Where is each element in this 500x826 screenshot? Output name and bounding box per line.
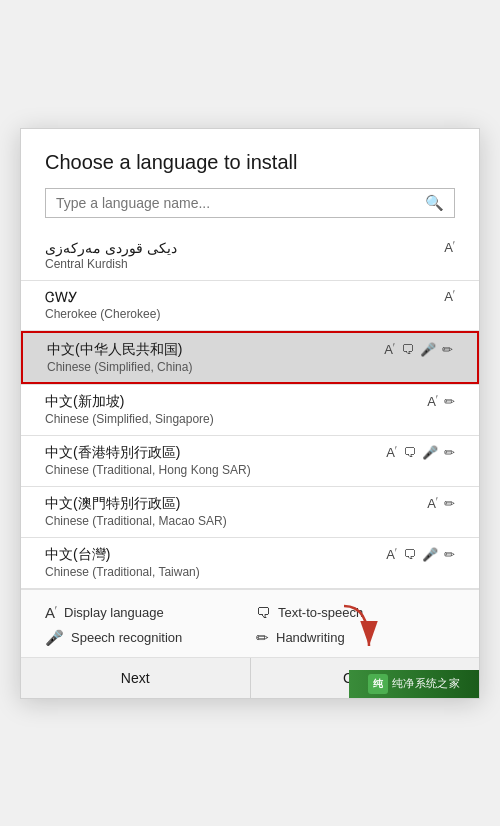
list-item[interactable]: 中文(台灣) Aᶠ 🗨 🎤 ✏ Chinese (Traditional, Ta… [21, 538, 479, 588]
list-item[interactable]: ᏣᎳᎩ Aᶠ Cherokee (Cherokee) [21, 281, 479, 330]
speech-icon: 🗨 [403, 548, 416, 561]
handwriting-legend-icon: ✏ [256, 629, 269, 647]
language-install-dialog: Choose a language to install 🔍 دیکی قورد… [20, 128, 480, 699]
list-item[interactable]: 中文(新加坡) Aᶠ ✏ Chinese (Simplified, Singap… [21, 385, 479, 435]
lang-icons: Aᶠ 🗨 🎤 ✏ [384, 343, 453, 356]
search-icon: 🔍 [425, 194, 444, 212]
lang-subtitle: Chinese (Traditional, Macao SAR) [45, 514, 455, 528]
font-icon: Aᶠ [427, 395, 438, 408]
next-button[interactable]: Next [21, 658, 251, 698]
legend-handwriting: ✏ Handwriting [256, 629, 455, 647]
font-icon: Aᶠ [427, 497, 438, 510]
speech-legend-icon: 🗨 [256, 604, 271, 621]
lang-name: ᏣᎳᎩ [45, 289, 78, 306]
mic-icon: 🎤 [422, 446, 438, 459]
list-item[interactable]: دیکی قوردی مەرکەزی Aᶠ Central Kurdish [21, 232, 479, 280]
legend-speech: 🎤 Speech recognition [45, 629, 244, 647]
lang-name: 中文(中华人民共和国) [47, 341, 182, 359]
lang-name: 中文(新加坡) [45, 393, 124, 411]
legend-section: Aᶠ Display language 🗨 Text-to-speech 🎤 S… [21, 589, 479, 657]
watermark: 纯 纯净系统之家 [349, 670, 479, 698]
lang-subtitle: Central Kurdish [45, 257, 455, 271]
legend-tts: 🗨 Text-to-speech [256, 604, 455, 621]
font-icon: Aᶠ [444, 290, 455, 303]
handwriting-icon: ✏ [442, 343, 453, 356]
lang-subtitle: Chinese (Simplified, China) [47, 360, 453, 374]
legend-display-label: Display language [64, 605, 164, 620]
lang-icons: Aᶠ ✏ [427, 395, 455, 408]
legend-grid: Aᶠ Display language 🗨 Text-to-speech 🎤 S… [45, 604, 455, 647]
lang-subtitle: Cherokee (Cherokee) [45, 307, 455, 321]
dialog-header: Choose a language to install 🔍 [21, 129, 479, 232]
lang-icons: Aᶠ 🗨 🎤 ✏ [386, 446, 455, 459]
search-box[interactable]: 🔍 [45, 188, 455, 218]
watermark-text: 纯净系统之家 [392, 676, 460, 691]
lang-name: 中文(香港特別行政區) [45, 444, 180, 462]
lang-icons: Aᶠ 🗨 🎤 ✏ [386, 548, 455, 561]
font-icon: Aᶠ [386, 548, 397, 561]
lang-subtitle: Chinese (Simplified, Singapore) [45, 412, 455, 426]
font-icon: Aᶠ [384, 343, 395, 356]
handwriting-icon: ✏ [444, 395, 455, 408]
mic-legend-icon: 🎤 [45, 629, 64, 647]
handwriting-icon: ✏ [444, 497, 455, 510]
speech-icon: 🗨 [401, 343, 414, 356]
legend-handwriting-label: Handwriting [276, 630, 345, 645]
lang-name: دیکی قوردی مەرکەزی [45, 240, 177, 256]
legend-display-language: Aᶠ Display language [45, 604, 244, 621]
font-icon: Aᶠ [386, 446, 397, 459]
lang-name: 中文(台灣) [45, 546, 110, 564]
watermark-logo: 纯 [368, 674, 388, 694]
handwriting-icon: ✏ [444, 446, 455, 459]
lang-icons: Aᶠ ✏ [427, 497, 455, 510]
lang-subtitle: Chinese (Traditional, Hong Kong SAR) [45, 463, 455, 477]
lang-name: 中文(澳門特別行政區) [45, 495, 180, 513]
list-item[interactable]: 中文(澳門特別行政區) Aᶠ ✏ Chinese (Traditional, M… [21, 487, 479, 537]
font-legend-icon: Aᶠ [45, 604, 57, 621]
language-list: دیکی قوردی مەرکەزی Aᶠ Central Kurdish ᏣᎳ… [21, 232, 479, 589]
mic-icon: 🎤 [422, 548, 438, 561]
speech-icon: 🗨 [403, 446, 416, 459]
mic-icon: 🎤 [420, 343, 436, 356]
lang-icons: Aᶠ [444, 290, 455, 303]
lang-subtitle: Chinese (Traditional, Taiwan) [45, 565, 455, 579]
font-icon: Aᶠ [444, 241, 455, 254]
list-item[interactable]: 中文(香港特別行政區) Aᶠ 🗨 🎤 ✏ Chinese (Traditiona… [21, 436, 479, 486]
dialog-title: Choose a language to install [45, 151, 455, 174]
search-input[interactable] [56, 195, 425, 211]
list-item-selected[interactable]: 中文(中华人民共和国) Aᶠ 🗨 🎤 ✏ Chinese (Simplified… [21, 331, 479, 384]
legend-speech-label: Speech recognition [71, 630, 182, 645]
handwriting-icon: ✏ [444, 548, 455, 561]
legend-tts-label: Text-to-speech [278, 605, 363, 620]
lang-icons: Aᶠ [444, 241, 455, 254]
